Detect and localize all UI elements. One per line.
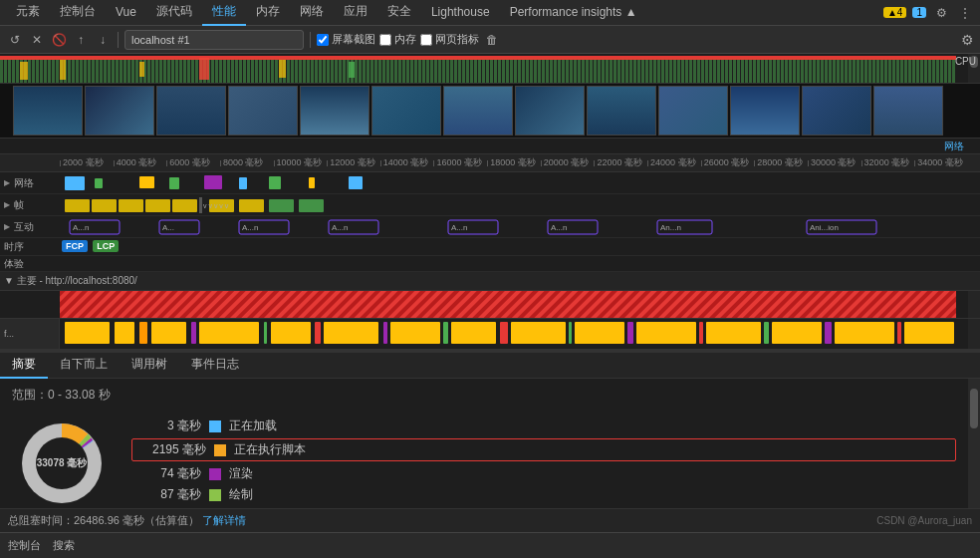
tab-application[interactable]: 应用 bbox=[334, 0, 377, 26]
interactive-track-label[interactable]: ▶ 互动 bbox=[0, 220, 60, 234]
task-scroll bbox=[968, 319, 980, 349]
tab-console[interactable]: 控制台 bbox=[50, 0, 106, 26]
main-busy-scroll bbox=[968, 291, 980, 318]
tick-34000: 34000 毫秒 bbox=[914, 156, 968, 169]
svg-rect-23 bbox=[119, 199, 143, 212]
prohibit-icon[interactable]: 🚫 bbox=[50, 31, 68, 49]
screenshot-check[interactable] bbox=[317, 34, 329, 46]
tick-label: 14000 毫秒 bbox=[383, 156, 429, 169]
upload-icon[interactable]: ↑ bbox=[72, 31, 90, 49]
svg-rect-21 bbox=[65, 199, 90, 212]
settings-icon[interactable]: ⚙ bbox=[932, 4, 950, 22]
bottom-tabs-bar: 摘要 自下而上 调用树 事件日志 bbox=[0, 351, 980, 379]
frames-track-label[interactable]: ▶ 帧 bbox=[0, 198, 60, 212]
tab-network[interactable]: 网络 bbox=[290, 0, 334, 26]
filmstrip-frame[interactable] bbox=[587, 86, 656, 136]
legend-loading: 3 毫秒 正在加载 bbox=[131, 418, 956, 434]
delete-icon[interactable]: 🗑 bbox=[483, 31, 501, 49]
top-toolbar: ↺ ✕ 🚫 ↑ ↓ 屏幕截图 内存 网页指标 🗑 ⚙ bbox=[0, 26, 980, 54]
svg-rect-15 bbox=[204, 175, 222, 189]
filmstrip-row bbox=[0, 84, 980, 139]
url-input[interactable] bbox=[124, 30, 304, 50]
more-icon[interactable]: ⋮ bbox=[956, 4, 974, 22]
svg-rect-16 bbox=[239, 177, 247, 189]
tab-security[interactable]: 安全 bbox=[377, 0, 421, 26]
tick-8000: 8000 毫秒 bbox=[220, 156, 274, 169]
svg-rect-62 bbox=[383, 322, 387, 344]
loading-color-box bbox=[209, 420, 221, 432]
refresh-icon[interactable]: ↺ bbox=[6, 31, 24, 49]
tick-20000: 20000 毫秒 bbox=[541, 156, 595, 169]
painting-value: 87 毫秒 bbox=[131, 486, 201, 503]
memory-label: 内存 bbox=[394, 32, 416, 47]
cancel-icon[interactable]: ✕ bbox=[28, 31, 46, 49]
screenshot-checkbox[interactable]: 屏幕截图 bbox=[317, 32, 375, 47]
filmstrip-frame[interactable] bbox=[300, 86, 369, 136]
tab-memory[interactable]: 内存 bbox=[246, 0, 290, 26]
tick-label: 6000 毫秒 bbox=[169, 156, 210, 169]
filmstrip-frame[interactable] bbox=[443, 86, 513, 136]
filmstrip-frame[interactable] bbox=[515, 86, 585, 136]
tab-vue[interactable]: Vue bbox=[106, 1, 146, 25]
perf-settings-icon[interactable]: ⚙ bbox=[961, 32, 974, 48]
tab-sources[interactable]: 源代码 bbox=[146, 0, 202, 26]
very-bottom-bar: 控制台 搜索 bbox=[0, 532, 980, 558]
tick-26000: 26000 毫秒 bbox=[701, 156, 755, 169]
svg-rect-14 bbox=[169, 177, 179, 189]
network-expand-icon[interactable]: ▶ bbox=[4, 178, 10, 187]
filmstrip-frame[interactable] bbox=[85, 86, 154, 136]
tick-label: 10000 毫秒 bbox=[277, 156, 323, 169]
tab-performance[interactable]: 性能 bbox=[202, 0, 246, 26]
summary-scrollbar[interactable] bbox=[968, 379, 980, 508]
svg-text:v v v v v: v v v v v bbox=[203, 202, 229, 209]
svg-rect-24 bbox=[145, 199, 170, 212]
filmstrip-frame[interactable] bbox=[371, 86, 441, 136]
rendering-label: 渲染 bbox=[229, 465, 253, 482]
main-thread-tasks: f... bbox=[0, 319, 980, 349]
filmstrip-frame[interactable] bbox=[658, 86, 728, 136]
console-btn[interactable]: 控制台 bbox=[8, 538, 41, 553]
separator-2 bbox=[310, 32, 311, 48]
svg-rect-69 bbox=[575, 322, 624, 344]
interactive-track-content: A...n A... A...n A...n A...n A...n An...… bbox=[60, 216, 968, 237]
filmstrip-frame[interactable] bbox=[730, 86, 800, 136]
tab-event-log[interactable]: 事件日志 bbox=[179, 352, 251, 379]
svg-rect-79 bbox=[904, 322, 954, 344]
tab-call-tree[interactable]: 调用树 bbox=[120, 352, 179, 379]
metrics-check[interactable] bbox=[420, 34, 432, 46]
filmstrip-frame[interactable] bbox=[13, 86, 83, 136]
tab-lighthouse[interactable]: Lighthouse bbox=[421, 1, 500, 25]
filmstrip-frame[interactable] bbox=[873, 86, 943, 136]
filmstrip-frame[interactable] bbox=[802, 86, 871, 136]
tab-summary[interactable]: 摘要 bbox=[0, 352, 48, 379]
svg-rect-9 bbox=[349, 62, 355, 78]
net-label-row: 网络 bbox=[0, 139, 980, 154]
filmstrip-frame[interactable] bbox=[228, 86, 298, 136]
network-track-label[interactable]: ▶ 网络 bbox=[0, 176, 60, 190]
task-track-label: f... bbox=[0, 319, 60, 349]
experience-track-content bbox=[60, 256, 968, 271]
ruler-ticks: 2000 毫秒 4000 毫秒 6000 毫秒 8000 毫秒 10000 毫秒… bbox=[60, 156, 980, 169]
tick-label: 34000 毫秒 bbox=[917, 156, 963, 169]
tick-label: 24000 毫秒 bbox=[650, 156, 696, 169]
filmstrip-frame[interactable] bbox=[156, 86, 226, 136]
summary-scroll-thumb[interactable] bbox=[970, 389, 978, 428]
tick-label: 2000 毫秒 bbox=[63, 156, 104, 169]
svg-rect-7 bbox=[199, 58, 209, 80]
svg-rect-22 bbox=[92, 199, 117, 212]
search-btn[interactable]: 搜索 bbox=[53, 538, 75, 553]
summary-content: 33078 毫秒 3 毫秒 正在加载 2195 毫秒 bbox=[12, 414, 956, 508]
memory-check[interactable] bbox=[379, 34, 391, 46]
pie-total-value: 33078 毫秒 bbox=[37, 457, 88, 468]
tick-18000: 18000 毫秒 bbox=[487, 156, 541, 169]
legend-list: 3 毫秒 正在加载 2195 毫秒 正在执行脚本 74 毫秒 bbox=[131, 414, 956, 508]
status-link[interactable]: 了解详情 bbox=[202, 514, 246, 526]
tab-bottom-up[interactable]: 自下而上 bbox=[48, 352, 120, 379]
frames-expand-icon[interactable]: ▶ bbox=[4, 200, 10, 209]
memory-checkbox[interactable]: 内存 bbox=[379, 32, 416, 47]
tab-perf-insights[interactable]: Performance insights ▲ bbox=[500, 1, 647, 25]
download-icon[interactable]: ↓ bbox=[94, 31, 112, 49]
tab-elements[interactable]: 元素 bbox=[6, 0, 50, 26]
metrics-checkbox[interactable]: 网页指标 bbox=[420, 32, 479, 47]
interactive-expand-icon[interactable]: ▶ bbox=[4, 222, 10, 231]
